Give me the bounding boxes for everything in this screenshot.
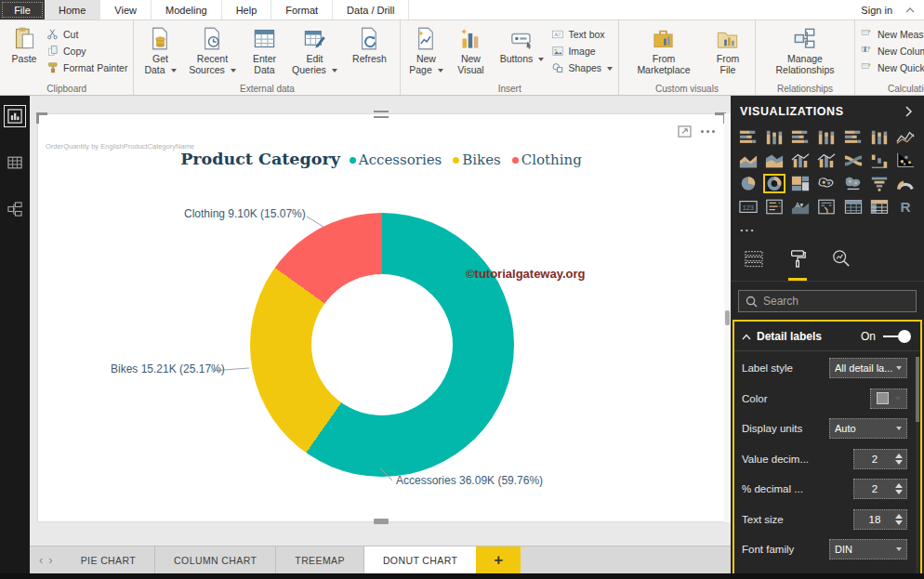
format-scrollbar[interactable]	[916, 357, 919, 579]
stepper-down-icon[interactable]	[895, 460, 903, 465]
detail-labels-toggle[interactable]	[883, 330, 911, 343]
new-column-button[interactable]: New Column	[861, 44, 924, 58]
stepper-down-icon[interactable]	[895, 490, 903, 494]
more-visuals-button[interactable]: ...	[731, 217, 924, 240]
menu-tab-view[interactable]: View	[100, 0, 152, 20]
menu-tab-home[interactable]: Home	[45, 0, 100, 20]
page-tab-pie-chart[interactable]: PIE CHART	[62, 546, 155, 573]
format-pane-tab[interactable]	[788, 249, 807, 281]
canvas-scrollbar[interactable]	[724, 113, 731, 522]
menu-tab-format[interactable]: Format	[271, 0, 333, 20]
page-tab-donut-chart[interactable]: DONUT CHART	[364, 546, 476, 573]
pie-chart-icon[interactable]	[737, 174, 759, 193]
line-chart-icon[interactable]	[894, 127, 917, 147]
text-box-button[interactable]: AText box	[551, 27, 613, 41]
stacked-column-chart-icon[interactable]	[763, 127, 785, 147]
value-decim--stepper[interactable]: 2	[853, 449, 907, 469]
color-picker-dropdown[interactable]	[870, 388, 907, 409]
get-data-button[interactable]: Get Data	[139, 23, 181, 78]
filled-map-icon[interactable]	[842, 174, 865, 193]
page-tab-treemap[interactable]: TREEMAP	[276, 546, 364, 573]
funnel-icon[interactable]	[868, 174, 891, 193]
stepper-up-icon[interactable]	[895, 454, 903, 458]
image-button[interactable]: Image	[551, 44, 613, 58]
new-quick-measure-button[interactable]: New Quick Measure	[861, 60, 924, 74]
page-nav-left-icon[interactable]: ‹	[39, 553, 43, 567]
recent-sources-button[interactable]: Recent Sources	[183, 23, 241, 78]
new-page-button[interactable]: New Page	[405, 23, 446, 78]
focus-mode-icon[interactable]	[678, 125, 692, 138]
cut-button[interactable]: Cut	[46, 27, 127, 41]
collapse-ribbon-icon[interactable]	[905, 7, 915, 14]
line-and-clustered-column-chart-icon[interactable]	[815, 151, 838, 170]
map-icon[interactable]	[815, 174, 838, 193]
slicer-icon[interactable]	[815, 197, 838, 217]
matrix-icon[interactable]	[868, 197, 891, 217]
waterfall-chart-icon[interactable]	[868, 151, 891, 170]
clustered-column-chart-icon[interactable]	[815, 127, 838, 147]
file-menu-button[interactable]: File	[0, 0, 45, 20]
display-units-dropdown[interactable]: Auto	[829, 418, 907, 439]
menu-tab-modeling[interactable]: Modeling	[152, 0, 222, 20]
label-style-dropdown[interactable]: All detail la...	[829, 358, 907, 378]
treemap-icon[interactable]	[789, 174, 812, 193]
font-family-dropdown[interactable]: DIN	[829, 539, 907, 559]
buttons-button[interactable]: Buttons	[495, 23, 548, 67]
scatter-chart-icon[interactable]	[894, 151, 917, 170]
donut-chart-icon[interactable]	[763, 174, 785, 193]
canvas-scrollbar-thumb[interactable]	[725, 310, 730, 325]
ribbon-chart-icon[interactable]	[842, 151, 865, 170]
multi-row-card-icon[interactable]	[763, 197, 785, 217]
from-file-button[interactable]: From File	[706, 23, 750, 78]
text-size-stepper[interactable]: 18	[853, 509, 907, 530]
kpi-icon[interactable]: A▾	[789, 197, 812, 217]
data-view-button[interactable]	[4, 151, 26, 174]
stepper-down-icon[interactable]	[895, 520, 903, 525]
visual-drag-handle-bottom[interactable]	[374, 519, 389, 524]
menu-tab-help[interactable]: Help	[222, 0, 272, 20]
report-view-button[interactable]	[4, 105, 26, 127]
visual-drag-handle-top[interactable]	[374, 111, 389, 118]
detail-labels-header[interactable]: Detail labels On	[734, 322, 920, 351]
line-and-stacked-column-chart-icon[interactable]	[789, 151, 812, 170]
new-measure-button[interactable]: New Measure	[861, 27, 924, 41]
fields-pane-tab[interactable]	[744, 249, 764, 281]
stepper-up-icon[interactable]	[895, 483, 903, 488]
page-tab-column-chart[interactable]: COLUMN CHART	[155, 546, 276, 573]
format-painter-button[interactable]: Format Painter	[46, 60, 127, 74]
from-marketplace-button[interactable]: From Marketplace	[624, 23, 704, 78]
enter-data-button[interactable]: Enter Data	[243, 23, 285, 78]
refresh-button[interactable]: Refresh	[343, 23, 395, 67]
more-options-icon[interactable]	[701, 130, 715, 133]
area-chart-icon[interactable]	[737, 151, 759, 170]
manage-relationships-button[interactable]: Manage Relationships	[760, 23, 850, 78]
new-page-tab-button[interactable]: +	[476, 546, 521, 573]
stepper-up-icon[interactable]	[895, 514, 903, 519]
new-visual-button[interactable]: New Visual	[448, 23, 493, 78]
r-script-icon[interactable]: R	[894, 197, 917, 217]
page-nav-right-icon[interactable]: ›	[48, 553, 52, 567]
table-icon[interactable]	[842, 197, 865, 217]
stacked-bar-chart-icon[interactable]	[737, 127, 759, 147]
edit-queries-button[interactable]: Edit Queries	[287, 23, 341, 78]
%-decimal--stepper[interactable]: 2	[853, 479, 907, 499]
search-input[interactable]	[763, 295, 893, 308]
clustered-bar-chart-icon[interactable]	[789, 127, 812, 147]
donut-chart[interactable]	[250, 213, 514, 477]
100-stacked-column-chart-icon[interactable]	[868, 127, 891, 147]
stacked-area-chart-icon[interactable]	[763, 151, 785, 170]
copy-button[interactable]: Copy	[46, 44, 127, 58]
sign-in-button[interactable]: Sign in	[861, 5, 892, 16]
card-icon[interactable]: 123	[737, 197, 759, 217]
paste-button[interactable]: Paste	[5, 23, 44, 67]
format-scrollbar-thumb[interactable]	[916, 357, 919, 422]
shapes-button[interactable]: Shapes	[551, 60, 613, 74]
model-view-button[interactable]	[4, 198, 26, 220]
100-stacked-bar-chart-icon[interactable]	[842, 127, 865, 147]
legend-item-accessories[interactable]: Accessories	[350, 151, 442, 168]
collapse-panel-icon[interactable]	[904, 106, 913, 117]
gauge-icon[interactable]	[894, 174, 917, 193]
report-page[interactable]: OrderQuantity by EnglishProductCategoryN…	[37, 113, 725, 522]
legend-item-bikes[interactable]: Bikes	[453, 151, 500, 168]
legend-item-clothing[interactable]: Clothing	[512, 151, 582, 168]
